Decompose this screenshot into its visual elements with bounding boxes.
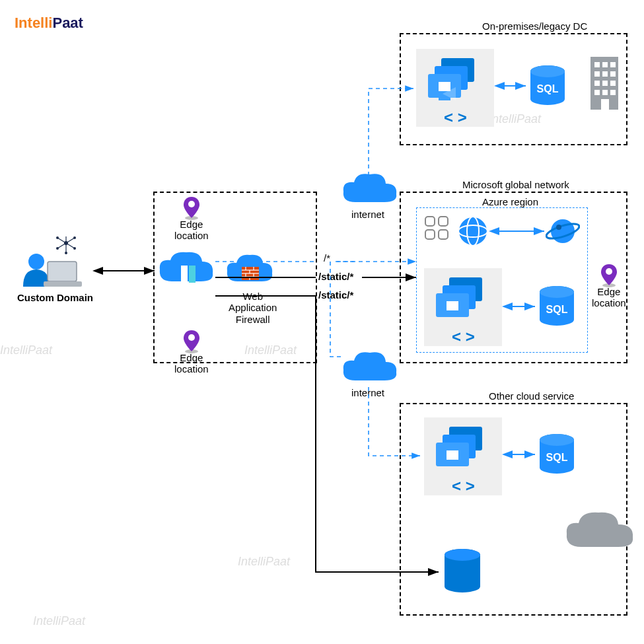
grey-cloud-icon <box>563 509 635 559</box>
building-icon <box>588 57 621 112</box>
ms-global-label: Microsoft global network <box>462 179 569 190</box>
svg-point-67 <box>551 219 575 243</box>
logo-part1: Intelli <box>15 15 52 31</box>
svg-point-9 <box>56 236 59 239</box>
svg-point-10 <box>73 236 76 239</box>
other-vm-group: < > <box>424 417 503 499</box>
svg-line-6 <box>66 243 75 248</box>
internet-cloud-top <box>341 172 398 211</box>
frontdoor-icon <box>157 250 215 292</box>
onprem-vm-group: < > <box>416 49 495 131</box>
user-icon <box>20 236 92 292</box>
svg-rect-53 <box>602 81 608 86</box>
svg-point-8 <box>65 252 67 254</box>
other-db-icon <box>443 548 482 598</box>
svg-rect-48 <box>610 62 616 67</box>
waf-label: WebApplicationFirewall <box>229 291 277 325</box>
svg-point-43 <box>530 65 565 77</box>
svg-text:< >: < > <box>452 477 475 495</box>
internet-cloud-bottom <box>341 350 398 390</box>
svg-rect-38 <box>439 82 450 91</box>
svg-rect-15 <box>44 281 82 287</box>
other-sql-icon: SQL <box>538 433 576 480</box>
custom-domain-label: Custom Domain <box>17 292 93 303</box>
svg-rect-56 <box>602 90 608 95</box>
azure-region-label: Azure region <box>482 196 538 207</box>
onprem-sql-icon: SQL <box>528 65 567 111</box>
svg-rect-47 <box>602 62 608 67</box>
svg-rect-74 <box>447 301 458 310</box>
watermark: IntelliPaat <box>0 343 52 357</box>
brand-logo: IntelliPaat <box>15 15 83 32</box>
path-all-label: /* <box>324 252 330 264</box>
svg-rect-57 <box>610 90 616 95</box>
azure-sql-icon: SQL <box>538 285 576 332</box>
svg-rect-55 <box>594 90 600 95</box>
svg-line-3 <box>57 238 66 243</box>
svg-rect-52 <box>594 81 600 86</box>
path-static-label-1: /static/* <box>318 271 353 282</box>
edge-label-bottom: Edgelocation <box>174 353 209 375</box>
globe-icon <box>456 214 490 251</box>
svg-point-86 <box>540 434 574 446</box>
azure-apps-icon <box>424 215 449 243</box>
svg-text:< >: < > <box>444 108 467 126</box>
svg-rect-61 <box>425 230 435 239</box>
diagram-canvas: IntelliPaat IntelliPaat IntelliPaat Inte… <box>0 0 644 644</box>
logo-part2: Paat <box>52 15 83 31</box>
svg-line-5 <box>57 243 66 248</box>
svg-rect-16 <box>181 266 188 283</box>
svg-point-77 <box>540 286 574 298</box>
other-cloud-label: Other cloud service <box>489 390 574 402</box>
svg-point-13 <box>28 254 44 269</box>
svg-point-31 <box>188 334 195 341</box>
svg-text:SQL: SQL <box>537 83 559 94</box>
azure-vm-group: < > <box>424 268 503 350</box>
svg-rect-58 <box>601 99 609 110</box>
svg-point-89 <box>445 549 480 561</box>
svg-text:SQL: SQL <box>546 304 568 315</box>
svg-rect-39 <box>439 98 450 100</box>
svg-line-4 <box>66 238 75 243</box>
watermark: IntelliPaat <box>238 555 290 569</box>
svg-rect-62 <box>439 230 448 239</box>
svg-text:< >: < > <box>452 328 475 345</box>
edge-label-right: Edgelocation <box>592 287 626 308</box>
internet-label-top: internet <box>351 209 384 220</box>
svg-rect-46 <box>594 62 600 67</box>
internet-label-bottom: internet <box>351 387 384 398</box>
svg-rect-49 <box>594 71 600 77</box>
edge-label-top: Edgelocation <box>174 219 209 241</box>
svg-text:SQL: SQL <box>546 452 568 463</box>
svg-rect-54 <box>610 81 616 86</box>
watermark: IntelliPaat <box>33 614 85 628</box>
svg-point-33 <box>606 268 612 275</box>
svg-point-29 <box>188 201 195 207</box>
planet-icon <box>546 214 580 251</box>
onprem-label: On-premises/legacy DC <box>482 20 587 32</box>
svg-point-12 <box>73 247 76 250</box>
path-static-label-2: /static/* <box>318 289 353 301</box>
svg-rect-59 <box>425 217 435 226</box>
svg-rect-60 <box>439 217 448 226</box>
svg-point-11 <box>56 247 59 250</box>
waf-icon <box>225 252 275 291</box>
svg-rect-14 <box>48 262 77 281</box>
svg-rect-83 <box>447 450 458 460</box>
svg-rect-51 <box>610 71 616 77</box>
svg-point-69 <box>556 225 561 230</box>
svg-rect-17 <box>189 266 196 283</box>
svg-rect-50 <box>602 71 608 77</box>
